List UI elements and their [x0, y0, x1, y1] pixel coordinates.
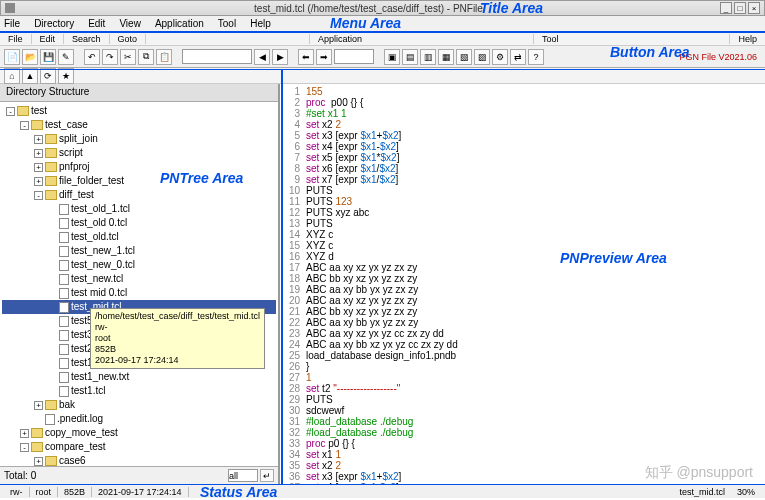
code-line-31: 31#load_database ./debug	[282, 416, 763, 427]
open-icon[interactable]: 📂	[22, 49, 38, 65]
menu-edit[interactable]: Edit	[88, 18, 105, 29]
code-line-5: 5set x3 [expr $x1+$x2]	[282, 130, 763, 141]
version-label: PGN File V2021.06	[679, 52, 761, 62]
save-icon[interactable]: 💾	[40, 49, 56, 65]
status-perm: rw-	[4, 487, 30, 497]
file-test-new-1-tcl[interactable]: test_new_1.tcl	[2, 244, 276, 258]
minimize-button[interactable]: _	[720, 2, 732, 14]
file-test-old-0-tcl[interactable]: test_old 0.tcl	[2, 216, 276, 230]
app-btn-5[interactable]: ▧	[456, 49, 472, 65]
new-file-icon[interactable]: 📄	[4, 49, 20, 65]
code-line-2: 2proc p00 {} {	[282, 97, 763, 108]
folder-test-case[interactable]: -test_case	[2, 118, 276, 132]
file-test-old-tcl[interactable]: test_old.tcl	[2, 230, 276, 244]
folder-pnfproj[interactable]: +pnfproj	[2, 160, 276, 174]
code-line-18: 18ABC bb xy xz yx yz zx zy	[282, 273, 763, 284]
tool-btn-2[interactable]: ⇄	[510, 49, 526, 65]
folder-test[interactable]: -test	[2, 104, 276, 118]
code-line-16: 16XYZ d	[282, 251, 763, 262]
folder-script[interactable]: +script	[2, 146, 276, 160]
code-viewer[interactable]: 11552proc p00 {} {3#set x1 14set x2 25se…	[280, 84, 765, 484]
menu-directory[interactable]: Directory	[34, 18, 74, 29]
code-line-27: 271	[282, 372, 763, 383]
folder-bak[interactable]: +bak	[2, 398, 276, 412]
app-icon	[5, 3, 15, 13]
app-btn-4[interactable]: ▦	[438, 49, 454, 65]
sec-search: Search	[64, 34, 110, 44]
folder-copy-move-test[interactable]: +copy_move_test	[2, 426, 276, 440]
maximize-button[interactable]: □	[734, 2, 746, 14]
code-line-28: 28set t2 "------------------"	[282, 383, 763, 394]
file-test1-new-txt[interactable]: test1_new.txt	[2, 370, 276, 384]
folder-split-join[interactable]: +split_join	[2, 132, 276, 146]
redo-icon[interactable]: ↷	[102, 49, 118, 65]
paste-icon[interactable]: 📋	[156, 49, 172, 65]
search-input[interactable]	[182, 49, 252, 64]
undo-icon[interactable]: ↶	[84, 49, 100, 65]
help-icon[interactable]: ?	[528, 49, 544, 65]
status-pct: 30%	[731, 487, 761, 497]
goto-input[interactable]	[334, 49, 374, 64]
file-test-mid-0-tcl[interactable]: test mid 0.tcl	[2, 286, 276, 300]
code-line-9: 9set x7 [expr $x1/$x2]	[282, 174, 763, 185]
search-prev-icon[interactable]: ◀	[254, 49, 270, 65]
code-line-7: 7set x5 [expr $x1*$x2]	[282, 152, 763, 163]
code-line-14: 14XYZ c	[282, 229, 763, 240]
copy-icon[interactable]: ⧉	[138, 49, 154, 65]
sec-edit: Edit	[32, 34, 65, 44]
code-line-34: 34set x1 1	[282, 449, 763, 460]
tree-panel: Directory Structure -test-test_case+spli…	[0, 84, 280, 484]
menu-view[interactable]: View	[119, 18, 141, 29]
app-btn-3[interactable]: ▥	[420, 49, 436, 65]
filter-input[interactable]	[228, 469, 258, 482]
menu-file[interactable]: File	[4, 18, 20, 29]
dir-structure-header: Directory Structure	[0, 84, 278, 102]
code-line-1: 1155	[282, 86, 763, 97]
preview-panel: 11552proc p00 {} {3#set x1 14set x2 25se…	[280, 84, 765, 484]
folder-case6[interactable]: +case6	[2, 454, 276, 466]
code-line-10: 10PUTS	[282, 185, 763, 196]
sec-help: Help	[729, 34, 765, 44]
code-line-3: 3#set x1 1	[282, 108, 763, 119]
goto-fwd-icon[interactable]: ➡	[316, 49, 332, 65]
sec-file: File	[0, 34, 32, 44]
code-line-36: 36set x3 [expr $x1+$x2]	[282, 471, 763, 482]
file-test-new-0-tcl[interactable]: test_new_0.tcl	[2, 258, 276, 272]
filter-go-icon[interactable]: ↵	[260, 469, 274, 482]
menu-help[interactable]: Help	[250, 18, 271, 29]
tree-footer: Total: 0 ↵	[0, 466, 278, 484]
menu-application[interactable]: Application	[155, 18, 204, 29]
code-line-30: 30sdcwewf	[282, 405, 763, 416]
code-line-35: 35set x2 2	[282, 460, 763, 471]
window-title: test_mid.tcl (/home/test/test_case/diff_…	[19, 3, 718, 14]
edit-icon[interactable]: ✎	[58, 49, 74, 65]
folder-diff-test[interactable]: -diff_test	[2, 188, 276, 202]
close-button[interactable]: ×	[748, 2, 760, 14]
folder-file-folder-test[interactable]: +file_folder_test	[2, 174, 276, 188]
goto-back-icon[interactable]: ⬅	[298, 49, 314, 65]
star-icon[interactable]: ★	[58, 68, 74, 84]
tool-btn-1[interactable]: ⚙	[492, 49, 508, 65]
title-bar: test_mid.tcl (/home/test/test_case/diff_…	[0, 0, 765, 16]
refresh-icon[interactable]: ⟳	[40, 68, 56, 84]
app-btn-1[interactable]: ▣	[384, 49, 400, 65]
code-line-6: 6set x4 [expr $x1-$x2]	[282, 141, 763, 152]
directory-tree[interactable]: -test-test_case+split_join+script+pnfpro…	[0, 102, 278, 466]
search-next-icon[interactable]: ▶	[272, 49, 288, 65]
menu-tool[interactable]: Tool	[218, 18, 236, 29]
folder-compare-test[interactable]: -compare_test	[2, 440, 276, 454]
code-line-4: 4set x2 2	[282, 119, 763, 130]
home-icon[interactable]: ⌂	[4, 68, 20, 84]
cut-icon[interactable]: ✂	[120, 49, 136, 65]
file--pnedit-log[interactable]: .pnedit.log	[2, 412, 276, 426]
file-test-old-1-tcl[interactable]: test_old_1.tcl	[2, 202, 276, 216]
status-file: test_mid.tcl	[673, 487, 731, 497]
file-test-new-tcl[interactable]: test_new.tcl	[2, 272, 276, 286]
up-icon[interactable]: ▲	[22, 68, 38, 84]
code-line-37: 37set x4 [expr $x1-$x2]	[282, 482, 763, 484]
code-line-29: 29PUTS	[282, 394, 763, 405]
file-test1-tcl[interactable]: test1.tcl	[2, 384, 276, 398]
app-btn-6[interactable]: ▨	[474, 49, 490, 65]
code-line-32: 32#load_database ./debug	[282, 427, 763, 438]
app-btn-2[interactable]: ▤	[402, 49, 418, 65]
